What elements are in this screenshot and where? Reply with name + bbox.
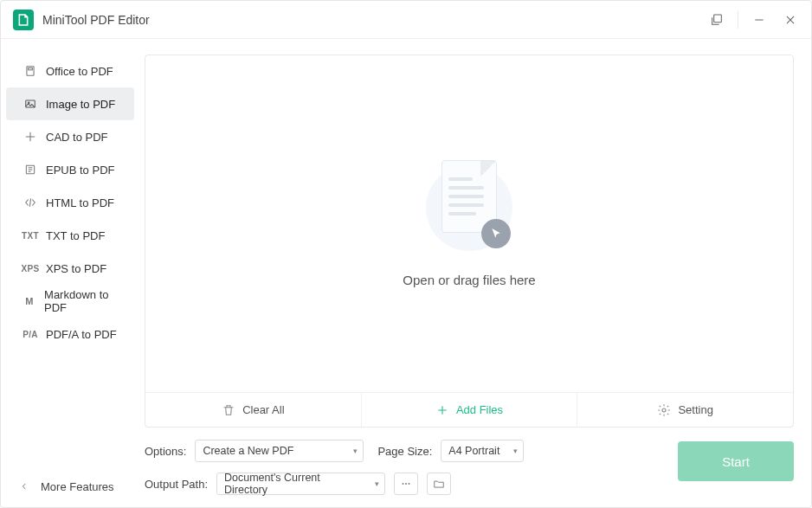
sidebar-item-image-to-pdf[interactable]: Image to PDF bbox=[6, 87, 134, 120]
dropzone[interactable]: Open or drag files here Clear All Add Fi… bbox=[145, 55, 794, 428]
xps-icon: XPS bbox=[22, 264, 39, 273]
sidebar: Office to PDF Image to PDF CAD to PDF EP… bbox=[1, 39, 139, 507]
cad-icon bbox=[22, 131, 39, 143]
start-label: Start bbox=[722, 454, 750, 469]
chevron-down-icon: ▾ bbox=[375, 479, 379, 488]
close-button[interactable] bbox=[775, 4, 806, 35]
outputpath-select[interactable]: Document's Current Directory ▾ bbox=[216, 473, 385, 495]
setting-label: Setting bbox=[678, 403, 712, 416]
sidebar-item-label: XPS to PDF bbox=[46, 262, 106, 275]
titlebar-divider bbox=[738, 11, 738, 29]
sidebar-item-label: PDF/A to PDF bbox=[46, 328, 117, 341]
add-files-button[interactable]: Add Files bbox=[361, 393, 577, 427]
sidebar-item-html-to-pdf[interactable]: HTML to PDF bbox=[6, 186, 134, 219]
minimize-button[interactable] bbox=[744, 4, 775, 35]
setting-button[interactable]: Setting bbox=[577, 393, 793, 427]
bottom-controls: Options: Create a New PDF ▾ Page Size: A… bbox=[145, 428, 794, 495]
add-files-label: Add Files bbox=[456, 403, 503, 416]
svg-rect-5 bbox=[29, 68, 33, 70]
options-select[interactable]: Create a New PDF ▾ bbox=[195, 440, 364, 462]
txt-icon: TXT bbox=[22, 231, 39, 241]
svg-point-11 bbox=[405, 483, 407, 485]
chevron-left-icon bbox=[20, 480, 29, 493]
chevron-down-icon: ▾ bbox=[513, 447, 518, 455]
sidebar-item-label: Office to PDF bbox=[46, 65, 113, 78]
chevron-down-icon: ▾ bbox=[353, 447, 358, 455]
dropzone-hint: Open or drag files here bbox=[403, 273, 535, 287]
sidebar-item-label: EPUB to PDF bbox=[46, 164, 114, 177]
sidebar-item-label: Markdown to PDF bbox=[44, 288, 126, 314]
svg-point-12 bbox=[409, 483, 410, 485]
dropzone-center: Open or drag files here bbox=[145, 55, 793, 392]
actionbar: Clear All Add Files Setting bbox=[145, 392, 793, 427]
sidebar-item-label: Image to PDF bbox=[46, 98, 115, 111]
sidebar-item-office-to-pdf[interactable]: Office to PDF bbox=[6, 55, 134, 87]
start-button[interactable]: Start bbox=[678, 441, 794, 481]
sidebar-item-txt-to-pdf[interactable]: TXT TXT to PDF bbox=[6, 219, 134, 252]
options-label: Options: bbox=[145, 445, 186, 458]
sidebar-item-markdown-to-pdf[interactable]: M Markdown to PDF bbox=[6, 285, 134, 318]
clear-all-button[interactable]: Clear All bbox=[145, 393, 361, 427]
sidebar-item-xps-to-pdf[interactable]: XPS XPS to PDF bbox=[6, 252, 134, 285]
cursor-icon bbox=[481, 219, 511, 248]
sidebar-item-epub-to-pdf[interactable]: EPUB to PDF bbox=[6, 153, 134, 186]
svg-point-9 bbox=[662, 408, 666, 412]
more-options-button[interactable] bbox=[394, 473, 418, 495]
html-icon bbox=[22, 196, 39, 209]
main-panel: Open or drag files here Clear All Add Fi… bbox=[139, 39, 811, 507]
more-features-label: More Features bbox=[41, 480, 114, 493]
svg-point-10 bbox=[403, 483, 404, 485]
pagesize-label: Page Size: bbox=[377, 445, 432, 458]
outputpath-value: Document's Current Directory bbox=[224, 472, 365, 496]
app-logo bbox=[13, 10, 34, 30]
pdfa-icon: P/A bbox=[22, 330, 39, 339]
titlebar: MiniTool PDF Editor bbox=[1, 1, 811, 39]
epub-icon bbox=[22, 164, 39, 176]
image-icon bbox=[22, 98, 39, 110]
outputpath-label: Output Path: bbox=[145, 478, 208, 491]
markdown-icon: M bbox=[22, 296, 37, 306]
sidebar-item-label: TXT to PDF bbox=[46, 229, 105, 242]
more-features-button[interactable]: More Features bbox=[1, 466, 139, 507]
dropzone-illustration bbox=[417, 160, 521, 255]
options-value: Create a New PDF bbox=[203, 445, 293, 457]
browse-folder-button[interactable] bbox=[427, 473, 451, 495]
svg-rect-0 bbox=[714, 15, 722, 23]
office-icon bbox=[22, 65, 39, 77]
sidebar-item-pdfa-to-pdf[interactable]: P/A PDF/A to PDF bbox=[6, 318, 134, 350]
pagesize-value: A4 Portrait bbox=[448, 445, 499, 457]
clear-all-label: Clear All bbox=[242, 403, 284, 416]
duplicate-window-icon[interactable] bbox=[701, 4, 732, 35]
pagesize-select[interactable]: A4 Portrait ▾ bbox=[441, 440, 524, 462]
app-title: MiniTool PDF Editor bbox=[42, 13, 150, 27]
sidebar-item-cad-to-pdf[interactable]: CAD to PDF bbox=[6, 120, 134, 153]
sidebar-item-label: HTML to PDF bbox=[46, 196, 114, 209]
sidebar-item-label: CAD to PDF bbox=[46, 131, 108, 144]
